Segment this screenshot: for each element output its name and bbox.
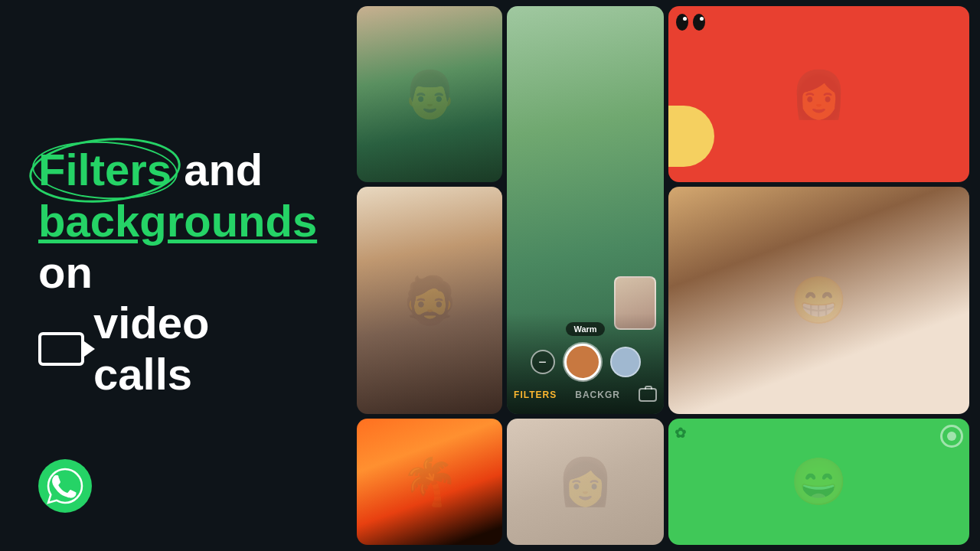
backgrounds-word: backgrounds	[38, 196, 317, 246]
person-placeholder: 😄	[668, 419, 969, 545]
filter-name-label: Warm	[566, 322, 604, 336]
photo-tropical: 🌴	[357, 419, 502, 545]
col-left: 👨 🧔 🌴	[357, 6, 502, 545]
filter-circles: −	[531, 344, 641, 380]
left-panel: Filters and backgrounds on video calls	[0, 0, 352, 551]
col-right: 👩 😁 ✿ 😄	[668, 6, 969, 545]
photo-man-smiling: 😁	[668, 187, 969, 414]
and-label: and	[184, 145, 263, 194]
filter-tabs: FILTERS BACKGR	[514, 388, 657, 402]
photo-main-filter: Warm − FILTERS BACKGR	[507, 6, 664, 414]
video-calls-text: video calls	[93, 298, 314, 399]
camera-icon	[639, 388, 657, 402]
filter-warm-circle[interactable]	[564, 344, 601, 380]
filters-word: Filters	[38, 145, 172, 196]
filter-cool-circle[interactable]	[610, 347, 641, 377]
col-center: Warm − FILTERS BACKGR 👩	[507, 6, 664, 545]
person-placeholder: 🧔	[357, 187, 502, 414]
person-placeholder: 👩	[668, 6, 969, 182]
photo-cartoon-red: 👩	[668, 6, 969, 182]
photo-man-dog: 👨	[357, 6, 502, 182]
person-placeholder: 😁	[668, 187, 969, 414]
photo-cartoon-green: ✿ 😄	[668, 419, 969, 545]
person-placeholder: 🌴	[357, 419, 502, 545]
person-placeholder: 👨	[357, 6, 502, 182]
video-camera-icon	[38, 332, 84, 366]
whatsapp-logo	[38, 459, 92, 513]
video-calls-line: video calls	[38, 298, 314, 399]
headline-text: Filters and backgrounds on video calls	[38, 145, 314, 399]
filter-ui-overlay: Warm − FILTERS BACKGR	[507, 313, 664, 414]
tab-filters[interactable]: FILTERS	[514, 390, 557, 400]
on-word: on	[38, 247, 93, 297]
person-placeholder: 👩	[507, 419, 664, 545]
filter-minus-button[interactable]: −	[531, 350, 555, 374]
photo-man-coffee: 🧔	[357, 187, 502, 414]
tab-backgr[interactable]: BACKGR	[575, 390, 620, 400]
photo-woman-neutral: 👩	[507, 419, 664, 545]
